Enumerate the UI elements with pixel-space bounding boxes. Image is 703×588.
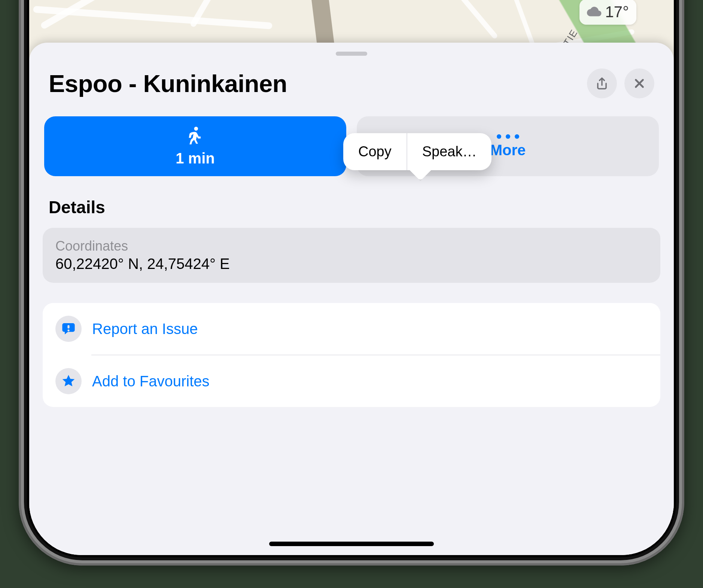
- walk-duration: 1 min: [176, 150, 214, 167]
- ellipsis-icon: [497, 134, 519, 139]
- close-button[interactable]: [624, 68, 654, 98]
- directions-walk-button[interactable]: 1 min: [44, 116, 346, 176]
- star-icon: [55, 368, 82, 394]
- report-icon: [55, 316, 82, 342]
- report-issue-label: Report an Issue: [92, 321, 198, 337]
- share-icon: [595, 76, 609, 91]
- weather-temp: 17°: [605, 3, 629, 21]
- share-button[interactable]: [587, 68, 617, 98]
- svg-point-0: [194, 126, 198, 131]
- context-menu: Copy Speak…: [343, 133, 492, 170]
- details-heading: Details: [43, 176, 660, 228]
- phone-screen: AMALMINTIE 17° Espoo - Kuninkainen: [29, 0, 674, 555]
- phone-frame: AMALMINTIE 17° Espoo - Kuninkainen: [19, 0, 684, 566]
- add-favourite-item[interactable]: Add to Favourites: [43, 355, 660, 407]
- more-label: More: [490, 142, 526, 159]
- context-copy[interactable]: Copy: [343, 133, 407, 170]
- coordinates-label: Coordinates: [55, 238, 648, 254]
- sheet-grabber[interactable]: [336, 52, 367, 56]
- walk-icon: [187, 126, 204, 147]
- cloud-icon: [585, 3, 603, 21]
- add-favourite-label: Add to Favourites: [92, 373, 210, 390]
- coordinates-card[interactable]: Coordinates 60,22420° N, 24,75424° E: [43, 228, 660, 283]
- home-indicator[interactable]: [269, 542, 434, 546]
- weather-pill[interactable]: 17°: [579, 0, 636, 25]
- action-list: Report an Issue Add to Favourites: [43, 303, 660, 407]
- context-speak[interactable]: Speak…: [407, 133, 492, 170]
- close-icon: [632, 76, 646, 91]
- place-title: Espoo - Kuninkainen: [49, 70, 579, 98]
- coordinates-value: 60,22420° N, 24,75424° E: [55, 255, 648, 272]
- report-issue-item[interactable]: Report an Issue: [43, 303, 660, 355]
- device-stage: AMALMINTIE 17° Espoo - Kuninkainen: [0, 0, 703, 588]
- place-sheet[interactable]: Espoo - Kuninkainen 1 min Mo: [29, 43, 674, 555]
